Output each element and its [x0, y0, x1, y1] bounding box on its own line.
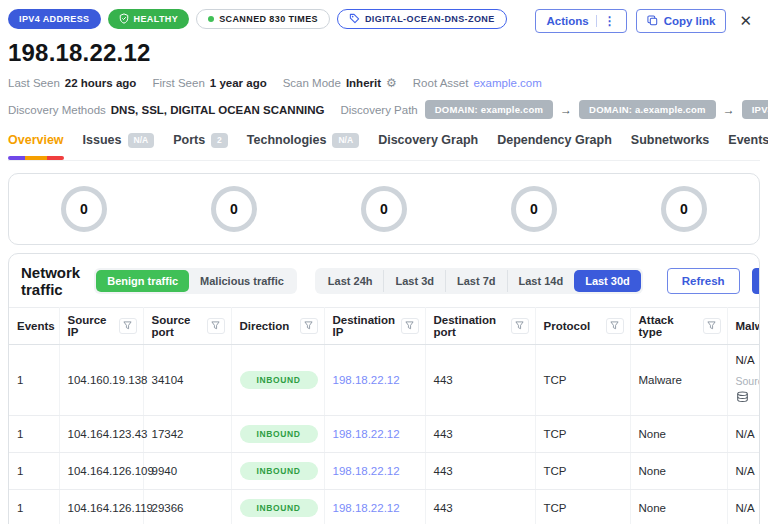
cell-malware: N/A: [727, 453, 760, 490]
actions-button[interactable]: Actions ⋮: [535, 9, 626, 33]
last-seen: Last Seen 22 hours ago: [8, 77, 136, 89]
tab-bar: Overview Issues N/A Ports 2 Technologies…: [8, 133, 760, 161]
ipv4-address-badge: IPV4 ADDRESS: [8, 9, 101, 29]
cell-source-ip: 104.160.19.138: [59, 344, 143, 416]
meta-row-seen: Last Seen 22 hours ago First Seen 1 year…: [8, 76, 760, 90]
refresh-button-label: Refresh: [682, 275, 725, 287]
last-seen-value: 22 hours ago: [65, 77, 137, 89]
cell-attack-type: Malware: [630, 344, 727, 416]
discovery-methods: Discovery Methods DNS, SSL, DIGITAL OCEA…: [8, 104, 324, 116]
cell-source-port: 9940: [143, 453, 231, 490]
cell-destination-ip: 198.18.22.12: [324, 453, 425, 490]
path-node-domain-a-example[interactable]: DOMAIN: a.example.com: [579, 100, 716, 119]
tab-issues[interactable]: Issues N/A: [83, 133, 155, 160]
tab-ports[interactable]: Ports 2: [173, 133, 228, 160]
path-node-domain-example[interactable]: DOMAIN: example.com: [425, 100, 553, 119]
filter-malicious-traffic[interactable]: Malicious traffic: [189, 270, 295, 292]
time-filter-last-7d[interactable]: Last 7d: [445, 270, 507, 292]
first-seen-label: First Seen: [152, 77, 204, 89]
cell-destination-ip: 198.18.22.12: [324, 344, 425, 416]
destination-ip-link[interactable]: 198.18.22.12: [333, 428, 400, 440]
tab-ports-label: Ports: [173, 133, 205, 147]
network-traffic-title: Network traffic: [21, 264, 80, 298]
tab-overview-label: Overview: [8, 133, 64, 147]
tab-subnetworks[interactable]: Subnetworks: [631, 133, 710, 159]
stat-donut: 0: [511, 186, 557, 232]
cell-destination-port: 443: [425, 490, 535, 524]
tab-technologies[interactable]: Technologies N/A: [247, 133, 359, 160]
filter-funnel-icon[interactable]: [207, 318, 225, 334]
destination-ip-link[interactable]: 198.18.22.12: [333, 374, 400, 386]
tab-issues-label: Issues: [83, 133, 122, 147]
cell-events: 1: [9, 453, 59, 490]
discovery-methods-value: DNS, SSL, DIGITAL OCEAN SCANNING: [111, 104, 325, 116]
cell-source-ip: 104.164.123.43: [59, 416, 143, 453]
discovery-path: Discovery Path DOMAIN: example.com → DOM…: [340, 100, 768, 119]
health-badge: HEALTHY: [108, 9, 190, 29]
table-row: 1 104.164.126.119 29366 INBOUND 198.18.2…: [9, 490, 760, 524]
dns-zone-badge-label: DIGITAL-OCEAN-DNS-ZONE: [365, 14, 495, 24]
tab-technologies-badge: N/A: [332, 133, 359, 148]
cell-attack-type: None: [630, 453, 727, 490]
col-header-malware: Malware: [727, 307, 760, 344]
tab-overview[interactable]: Overview: [8, 133, 64, 159]
tab-discovery-graph[interactable]: Discovery Graph: [378, 133, 478, 159]
actions-button-label: Actions: [546, 15, 588, 27]
arrow-right-icon: →: [560, 103, 572, 117]
filter-benign-traffic[interactable]: Benign traffic: [96, 270, 189, 292]
filter-funnel-icon[interactable]: [401, 318, 419, 334]
close-icon[interactable]: ✕: [735, 10, 756, 32]
time-filter-last-14d[interactable]: Last 14d: [507, 270, 575, 292]
tab-dependency-graph-label: Dependency Graph: [497, 133, 612, 147]
export-csv-button[interactable]: Export CSV: [752, 268, 760, 294]
col-label: Protocol: [544, 320, 591, 332]
time-range-filter: Last 24h Last 3d Last 7d Last 14d Last 3…: [315, 268, 643, 294]
arrow-right-icon: →: [723, 103, 735, 117]
time-filter-last-30d[interactable]: Last 30d: [574, 270, 641, 292]
time-filter-last-24h[interactable]: Last 24h: [317, 270, 384, 292]
cell-protocol: TCP: [535, 416, 630, 453]
discovery-path-label: Discovery Path: [340, 104, 417, 116]
inbound-badge: INBOUND: [240, 371, 318, 389]
time-filter-last-3d[interactable]: Last 3d: [383, 270, 445, 292]
table-row: 1 104.164.123.43 17342 INBOUND 198.18.22…: [9, 416, 760, 453]
filter-funnel-icon[interactable]: [511, 318, 529, 334]
tab-dependency-graph[interactable]: Dependency Graph: [497, 133, 612, 159]
header-row: Events Source IP Source port Direction D…: [9, 307, 760, 344]
scan-mode: Scan Mode Inherit ⚙: [283, 76, 397, 90]
col-label: Destination port: [434, 314, 507, 338]
refresh-button[interactable]: Refresh: [667, 268, 740, 294]
active-tab-underline: [8, 156, 64, 160]
destination-ip-link[interactable]: 198.18.22.12: [333, 502, 400, 514]
filter-funnel-icon[interactable]: [300, 318, 318, 334]
copy-icon: [647, 15, 658, 28]
filter-funnel-icon[interactable]: [119, 318, 137, 334]
traffic-table-head: Events Source IP Source port Direction D…: [9, 307, 760, 344]
gear-icon[interactable]: ⚙: [386, 76, 397, 90]
top-actions: Actions ⋮ Copy link ✕: [535, 9, 760, 33]
col-label: Source port: [152, 314, 203, 338]
root-asset-link[interactable]: example.com: [473, 77, 541, 89]
filter-funnel-icon[interactable]: [606, 318, 624, 334]
copy-link-button[interactable]: Copy link: [636, 9, 727, 33]
malware-source-label: Source:: [736, 375, 761, 387]
filter-funnel-icon[interactable]: [703, 318, 721, 334]
kebab-menu-icon[interactable]: ⋮: [596, 15, 616, 27]
badge-row: IPV4 ADDRESS HEALTHY SCANNED 830 TIMES D…: [8, 9, 507, 29]
cell-direction: INBOUND: [231, 344, 324, 416]
stat-donut: 0: [61, 186, 107, 232]
table-row: 1 104.164.126.109 9940 INBOUND 198.18.22…: [9, 453, 760, 490]
cell-malware: N/A: [727, 490, 760, 524]
col-header-events: Events: [9, 307, 59, 344]
cell-protocol: TCP: [535, 344, 630, 416]
tab-events[interactable]: Events: [728, 133, 768, 159]
path-node-ipv4[interactable]: IPV4: 198.18.22.12: [742, 100, 768, 119]
tab-subnetworks-label: Subnetworks: [631, 133, 710, 147]
col-header-source-port: Source port: [143, 307, 231, 344]
stat-donut: 0: [361, 186, 407, 232]
col-label: Source IP: [68, 314, 115, 338]
col-label: Direction: [240, 320, 290, 332]
col-header-destination-ip: Destination IP: [324, 307, 425, 344]
destination-ip-link[interactable]: 198.18.22.12: [333, 465, 400, 477]
table-row: 1 104.160.19.138 34104 INBOUND 198.18.22…: [9, 344, 760, 416]
